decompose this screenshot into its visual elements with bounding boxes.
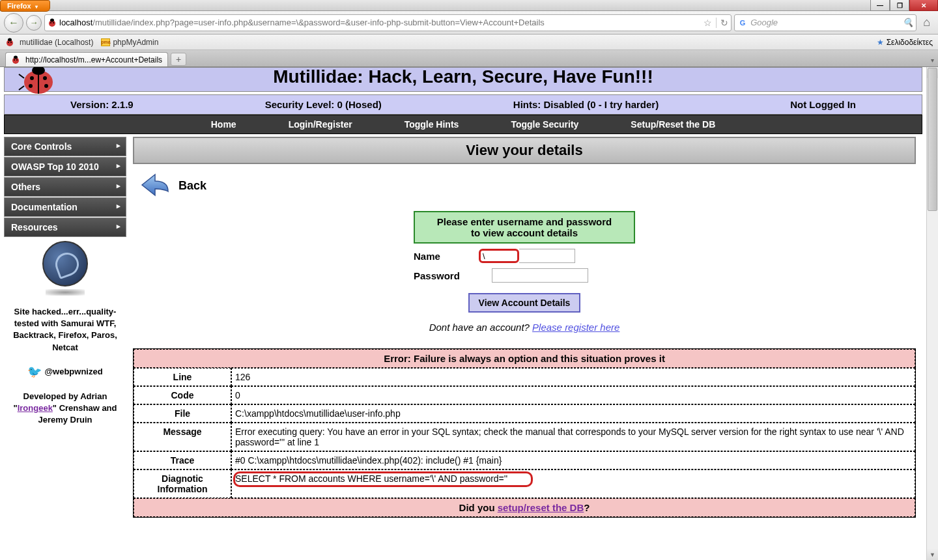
setup-db-link[interactable]: setup/reset the DB (498, 502, 584, 513)
new-tab-button[interactable]: + (171, 53, 186, 66)
err-line-key: Line (134, 368, 231, 386)
forward-button[interactable]: → (26, 15, 42, 31)
err-diag-key: Diagnotic Information (134, 469, 231, 498)
bug-icon (11, 55, 20, 64)
name-input[interactable] (479, 249, 519, 263)
svg-point-5 (8, 42, 9, 43)
scroll-down-icon[interactable]: ▼ (927, 549, 938, 560)
svg-line-20 (19, 86, 24, 90)
site-identity-icon (48, 18, 57, 27)
sidebar-item-core[interactable]: Core Controls (4, 137, 126, 156)
err-line-val: 126 (231, 368, 915, 386)
back-label[interactable]: Back (178, 179, 206, 193)
tab-overflow-icon[interactable]: ▾ (931, 57, 934, 64)
close-button[interactable]: ✕ (909, 0, 938, 11)
search-placeholder: Google (750, 18, 778, 27)
nav-toggle-security[interactable]: Toggle Security (511, 119, 578, 130)
svg-line-19 (19, 74, 24, 78)
info-bar: Version: 2.1.9 Security Level: 0 (Hosed)… (4, 94, 922, 115)
error-table: Error: Failure is always an option and t… (133, 348, 916, 518)
sidebar-item-owasp[interactable]: OWASP Top 10 2010 (4, 157, 126, 176)
page-title: View your details (133, 137, 916, 164)
err-code-val: 0 (231, 386, 915, 404)
svg-point-17 (44, 84, 48, 88)
sidebar: Core Controls OWASP Top 10 2010 Others D… (4, 137, 126, 518)
maximize-button[interactable]: ❐ (890, 0, 909, 11)
svg-point-3 (50, 18, 54, 21)
developed-by: Developed by Adrian "Irongeek" Crenshaw … (4, 385, 126, 432)
name-label: Name (414, 251, 479, 262)
form-heading: Please enter username and password to vi… (414, 211, 635, 244)
bookmark-label: phpMyAdmin (113, 38, 158, 47)
url-path: /mutillidae/index.php?page=user-info.php… (92, 18, 545, 27)
twitter-icon: 🐦 (27, 364, 42, 380)
app-title: Mutillidae: Hack, Learn, Secure, Have Fu… (5, 68, 922, 86)
url-host: localhost (59, 18, 92, 27)
bookmark-phpmyadmin[interactable]: pma phpMyAdmin (101, 38, 158, 47)
url-input[interactable]: localhost/mutillidae/index.php?page=user… (44, 14, 732, 31)
err-file-key: File (134, 404, 231, 423)
bookmark-label: mutillidae (Localhost) (20, 38, 93, 47)
err-file-val: C:\xampp\htdocs\mutillidae\user-info.php (231, 404, 915, 423)
bookmark-star-icon[interactable]: ☆ (704, 18, 712, 28)
firefox-menu-button[interactable]: Firefox (0, 0, 50, 12)
main-panel: View your details Back Please enter user… (126, 137, 922, 518)
err-trace-key: Trace (134, 451, 231, 469)
err-code-key: Code (134, 386, 231, 404)
search-input[interactable]: G Google 🔍 (734, 14, 917, 31)
home-button[interactable]: ⌂ (919, 16, 934, 29)
phpmyadmin-icon: pma (101, 38, 110, 46)
navigation-toolbar: ← → localhost/mutillidae/index.php?page=… (0, 11, 938, 35)
nav-home[interactable]: Home (211, 119, 236, 130)
bookmarks-menu-button[interactable]: ★ Σελιδοδείκτες (877, 38, 933, 47)
sidebar-item-others[interactable]: Others (4, 177, 126, 197)
reload-button[interactable]: ↻ (720, 18, 728, 28)
tab-bar: http://localhost/m...ew+Account+Details … (0, 50, 938, 67)
nav-setup-db[interactable]: Setup/Reset the DB (631, 119, 715, 130)
nav-toggle-hints[interactable]: Toggle Hints (405, 119, 459, 130)
back-arrow-icon[interactable] (139, 172, 171, 199)
window-titlebar: Firefox — ❐ ✕ (0, 0, 938, 11)
sidebar-item-docs[interactable]: Documentation (4, 197, 126, 217)
star-icon: ★ (877, 38, 884, 47)
scrollbar-thumb[interactable] (928, 68, 937, 211)
svg-point-11 (14, 55, 18, 59)
err-msg-key: Message (134, 423, 231, 451)
err-trace-val: #0 C:\xampp\htdocs\mutillidae\index.php(… (231, 451, 915, 469)
view-account-button[interactable]: View Account Details (468, 293, 581, 313)
sidebar-item-resources[interactable]: Resources (4, 217, 126, 237)
irongeek-link[interactable]: Irongeek (18, 403, 53, 413)
login-status-label: Not Logged In (790, 99, 856, 110)
svg-point-15 (43, 76, 47, 80)
login-form: Please enter username and password to vi… (414, 211, 635, 333)
name-input-tail[interactable] (519, 249, 575, 263)
hints-label: Hints: Disabled (0 - I try harder) (513, 99, 659, 110)
ladybug-icon (18, 67, 57, 94)
bookmark-mutillidae[interactable]: mutillidae (Localhost) (5, 38, 93, 47)
error-heading: Error: Failure is always an option and t… (134, 349, 915, 368)
back-button[interactable]: ← (4, 13, 23, 33)
vertical-scrollbar[interactable]: ▲ ▼ (926, 67, 938, 560)
svg-point-1 (50, 22, 51, 23)
security-level-label: Security Level: 0 (Hosed) (265, 99, 382, 110)
app-header: Mutillidae: Hack, Learn, Secure, Have Fu… (4, 67, 922, 92)
register-link[interactable]: Please register here (532, 322, 619, 333)
err-diag-val: SELECT * FROM accounts WHERE username='\… (231, 469, 915, 498)
minimize-button[interactable]: — (870, 0, 890, 11)
bug-icon (5, 38, 14, 47)
password-input[interactable] (492, 268, 588, 283)
error-footer: Did you setup/reset the DB? (134, 498, 915, 517)
nav-login[interactable]: Login/Register (289, 119, 352, 130)
search-icon[interactable]: 🔍 (903, 18, 913, 27)
svg-point-6 (10, 42, 12, 43)
tab-label: http://localhost/m...ew+Account+Details (25, 55, 162, 64)
bookmarks-label: Σελιδοδείκτες (887, 38, 933, 47)
twitter-handle[interactable]: @webpwnized (44, 366, 102, 378)
bookmarks-toolbar: mutillidae (Localhost) pma phpMyAdmin ★ … (0, 35, 938, 50)
tab-active[interactable]: http://localhost/m...ew+Account+Details (5, 52, 168, 66)
google-icon: G (737, 18, 748, 28)
svg-point-7 (8, 38, 12, 41)
svg-point-2 (53, 22, 54, 23)
owasp-logo (4, 241, 126, 296)
version-label: Version: 2.1.9 (70, 99, 134, 110)
